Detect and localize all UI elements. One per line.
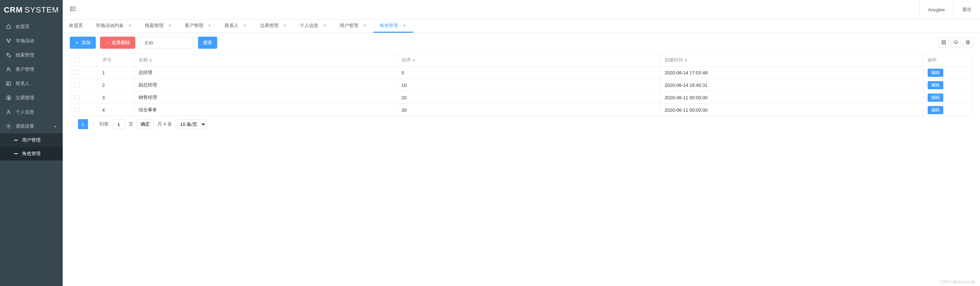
tab-1[interactable]: 市场活动列表✕ [89, 20, 138, 33]
header-logout[interactable]: 退出 [953, 0, 980, 19]
header: Anxglee 退出 [63, 0, 980, 20]
table-row: 1总经理02020-06-14 17:03:49编辑 [70, 66, 973, 79]
cell-sort: 10 [397, 79, 660, 92]
sidebar-item-label: 系统设置 [16, 123, 34, 130]
table-row: 2副总经理102020-06-14 16:45:31编辑 [70, 79, 973, 92]
pager-prev[interactable]: ‹ [70, 121, 75, 127]
print-button[interactable] [963, 38, 973, 48]
svg-point-5 [8, 83, 8, 84]
tab-label: 线索管理 [145, 22, 164, 29]
header-user-label: Anxglee [928, 7, 945, 13]
cell-created: 2020-06-11 00:00:00 [660, 104, 923, 116]
tab-label: 客户管理 [185, 22, 203, 29]
close-icon[interactable]: ✕ [127, 23, 132, 28]
search-button[interactable]: 搜索 [198, 36, 217, 49]
th-action: 操作 [923, 54, 972, 66]
pager-goto-suf: 页 [129, 121, 133, 127]
header-user[interactable]: Anxglee [919, 0, 953, 19]
close-icon[interactable]: ✕ [282, 23, 287, 28]
cell-index: 4 [97, 104, 134, 116]
sidebar-item-label: 市场活动 [16, 38, 34, 44]
column-toggle-button[interactable] [939, 38, 949, 48]
tab-label: 用户管理 [340, 22, 358, 29]
tab-label: 个人信息 [300, 22, 318, 29]
sidebar-item-label: 交易管理 [16, 95, 34, 101]
cell-index: 3 [97, 92, 134, 104]
pager-goto-pre: 到第 [99, 121, 108, 127]
grid-icon [941, 40, 946, 46]
tab-2[interactable]: 线索管理✕ [138, 20, 178, 33]
tab-0[interactable]: 欢迎页 [63, 20, 89, 33]
edit-button[interactable]: 编辑 [928, 93, 943, 102]
th-name[interactable]: 名称 [134, 54, 398, 66]
tab-4[interactable]: 联系人✕ [218, 20, 253, 33]
dash-icon [14, 140, 18, 141]
tab-3[interactable]: 客户管理✕ [178, 20, 218, 33]
tab-7[interactable]: 用户管理✕ [333, 20, 373, 33]
menu-toggle[interactable] [63, 5, 84, 14]
pager-page-1[interactable]: 1 [78, 119, 88, 129]
th-created[interactable]: 创建时间 [660, 54, 923, 66]
close-icon[interactable]: ✕ [242, 23, 247, 28]
toolbar: ＋添加 －批量删除 搜索 [70, 36, 973, 49]
batch-delete-label: 批量删除 [112, 40, 130, 46]
edit-button[interactable]: 编辑 [928, 106, 943, 114]
sidebar-item-deal[interactable]: 交易管理 [0, 91, 63, 105]
close-icon[interactable]: ✕ [167, 23, 172, 28]
tab-label: 欢迎页 [69, 22, 83, 29]
row-checkbox[interactable] [75, 82, 80, 87]
edit-button[interactable]: 编辑 [928, 69, 943, 77]
row-checkbox[interactable] [75, 95, 80, 100]
tab-8[interactable]: 角色管理✕ [373, 20, 413, 33]
sidebar-item-welcome[interactable]: 欢迎页 [0, 20, 63, 34]
sidebar-sub-label: 角色管理 [22, 150, 41, 157]
svg-point-11 [70, 10, 71, 11]
sort-icon [412, 59, 415, 62]
print-icon [966, 40, 970, 46]
close-icon[interactable]: ✕ [402, 23, 407, 28]
svg-rect-13 [944, 40, 945, 42]
select-all-checkbox[interactable] [75, 57, 80, 62]
sidebar-item-activity[interactable]: 市场活动 [0, 34, 63, 48]
sidebar-sub-role[interactable]: 角色管理 [0, 147, 63, 160]
sidebar-item-label: 欢迎页 [16, 24, 30, 30]
svg-point-3 [8, 68, 9, 70]
close-icon[interactable]: ✕ [322, 23, 327, 28]
svg-point-7 [8, 110, 9, 112]
row-checkbox[interactable] [75, 107, 80, 112]
th-sort[interactable]: 排序 [397, 54, 660, 66]
sidebar-item-profile[interactable]: 个人信息 [0, 105, 63, 119]
clue-icon [6, 52, 11, 58]
sidebar-item-label: 个人信息 [16, 109, 34, 115]
logo-text-2: SYSTEM [25, 5, 59, 14]
cloud-download-icon [953, 40, 958, 46]
plus-icon: ＋ [75, 40, 80, 46]
sidebar-item-clue[interactable]: 线索管理 [0, 48, 63, 62]
pager-size-select[interactable]: 10 条/页 [175, 119, 207, 129]
add-button[interactable]: ＋添加 [70, 36, 96, 49]
edit-button[interactable]: 编辑 [928, 81, 943, 89]
tab-5[interactable]: 交易管理✕ [253, 20, 293, 33]
sidebar-sub-user[interactable]: 用户管理 [0, 133, 63, 147]
export-button[interactable] [951, 38, 961, 48]
tab-label: 交易管理 [260, 22, 278, 29]
close-icon[interactable]: ✕ [207, 23, 212, 28]
tab-6[interactable]: 个人信息✕ [293, 20, 333, 33]
pager-next[interactable]: › [92, 121, 96, 127]
name-input[interactable] [140, 36, 194, 49]
pager-confirm[interactable]: 确定 [137, 119, 154, 129]
batch-delete-button[interactable]: －批量删除 [100, 36, 135, 49]
close-icon[interactable]: ✕ [362, 23, 367, 28]
tabs: 欢迎页市场活动列表✕线索管理✕客户管理✕联系人✕交易管理✕个人信息✕用户管理✕角… [63, 20, 980, 33]
sidebar-item-contact[interactable]: 联系人 [0, 76, 63, 91]
row-checkbox[interactable] [75, 70, 80, 75]
sidebar-item-settings[interactable]: 系统设置 [0, 119, 63, 133]
th-index: 序号 [97, 54, 134, 66]
cell-created: 2020-06-11 00:00:00 [660, 92, 923, 104]
deal-icon [6, 95, 11, 101]
svg-point-9 [70, 7, 71, 8]
sidebar-item-customer[interactable]: 客户管理 [0, 62, 63, 76]
pager-goto-input[interactable] [112, 119, 125, 129]
cell-created: 2020-06-14 17:03:49 [660, 66, 923, 79]
cell-sort: 0 [397, 66, 660, 79]
